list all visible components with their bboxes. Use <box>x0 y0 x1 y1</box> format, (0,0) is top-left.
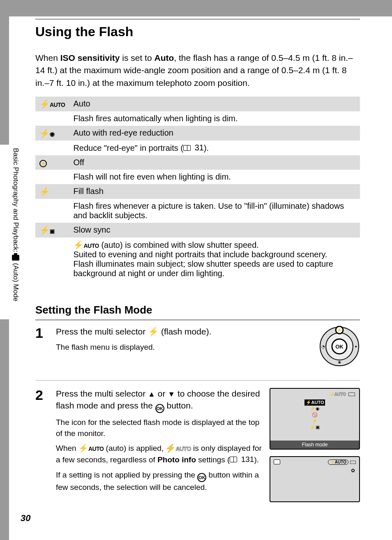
flash-mode-menu: ⚡AUTO ⚡◉ 🚫 ⚡ ⚡▣ <box>304 399 325 430</box>
mode-name: Auto <box>69 97 360 111</box>
section-subheading: Setting the Flash Mode <box>35 304 360 316</box>
manual-ref-page: 131 <box>241 454 254 465</box>
table-row: ⚡ Off <box>35 155 360 170</box>
step-2: 2 Press the multi selector ▲ or ▼ to cho… <box>35 380 360 510</box>
svg-text:✦: ✦ <box>354 344 357 349</box>
title-rule <box>35 19 360 19</box>
step-sub-text: If a setting is not applied by pressing … <box>56 471 197 479</box>
mode-name: Off <box>69 155 360 170</box>
intro-bold-iso: ISO sensitivity <box>60 53 120 62</box>
mode-name: Fill flash <box>69 184 360 199</box>
mode-icon-redeye: ⚡◉ <box>35 126 69 141</box>
step-title-text: (flash mode). <box>159 327 211 336</box>
step-title-text: Press the multi selector <box>56 327 148 336</box>
svg-text:⚡: ⚡ <box>337 327 342 333</box>
table-row: ⚡AUTO (auto) is combined with slow shutt… <box>35 238 360 281</box>
table-row: ⚡ Fill flash <box>35 184 360 199</box>
battery-icon <box>350 461 356 464</box>
mode-desc-text: Suited to evening and night portraits th… <box>73 250 327 259</box>
monitor-top-status: ⚡AUTO <box>330 392 355 397</box>
table-row: Flash fires whenever a picture is taken.… <box>35 199 360 223</box>
mode-desc: Reduce "red-eye" in portraits ( 31). <box>69 141 360 155</box>
multi-selector-illustration: ⚡ OK ❀ ◔ ✦ <box>270 326 360 367</box>
decoration-icon: ✿ <box>351 468 355 473</box>
table-row: ⚡AUTO Auto <box>35 97 360 111</box>
flash-icon: ⚡ <box>148 327 159 336</box>
step-body: Press the multi selector ▲ or ▼ to choos… <box>56 388 262 502</box>
menu-item: ⚡ <box>304 418 325 424</box>
subheading-rule <box>35 320 360 320</box>
flash-auto-icon-label: AUTO <box>83 242 99 249</box>
monitor-label: Flash mode <box>270 441 359 449</box>
mode-name: Auto with red-eye reduction <box>69 126 360 141</box>
step-title-text: or <box>155 389 168 398</box>
mode-desc-text: ). <box>204 143 209 152</box>
svg-text:OK: OK <box>335 344 344 350</box>
chapter-side-label-before: Basic Photography and Playback: <box>12 148 20 252</box>
intro-text: is set to <box>120 53 154 62</box>
intro-bold-auto: Auto <box>154 53 174 62</box>
step-sub: If a setting is not applied by pressing … <box>56 470 262 493</box>
intro-text: When <box>35 53 60 62</box>
step-sub: When ⚡AUTO (auto) is applied, ⚡AUTO is o… <box>56 443 262 465</box>
flash-modes-table: ⚡AUTO Auto Flash fires automatically whe… <box>35 97 360 281</box>
manual-ref-icon: 31 <box>183 143 204 152</box>
page-number: 30 <box>21 513 30 524</box>
mode-icon-auto: ⚡AUTO <box>35 97 69 111</box>
svg-text:❀: ❀ <box>338 360 341 365</box>
flash-auto-icon: ⚡ <box>78 444 88 452</box>
flash-auto-icon-label: AUTO <box>88 445 104 452</box>
step-illustrations: ⚡AUTO ⚡AUTO ⚡◉ 🚫 ⚡ ⚡▣ Flash mode <box>270 388 360 502</box>
step-sub-text: ). <box>254 455 259 464</box>
monitor-flash-menu: ⚡AUTO ⚡AUTO ⚡◉ 🚫 ⚡ ⚡▣ Flash mode <box>270 388 360 450</box>
mode-desc-text: Reduce "red-eye" in portraits ( <box>73 143 183 152</box>
step-number: 1 <box>35 326 48 367</box>
step-body: Press the multi selector ⚡ (flash mode).… <box>56 326 262 367</box>
content-column: Using the Flash When ISO sensitivity is … <box>35 19 360 510</box>
chapter-side-label: Basic Photography and Playback: (Auto) M… <box>12 148 20 302</box>
step-title-text: Press the multi selector <box>56 389 148 398</box>
flash-auto-outline-icon: ⚡ <box>166 444 175 452</box>
flash-auto-outline-icon: ⚡AUTO <box>330 392 346 397</box>
mode-desc: Flash fires automatically when lighting … <box>69 111 360 126</box>
photo-info-bold: Photo info <box>157 455 196 464</box>
mode-desc-text: (auto) is combined with slow shutter spe… <box>99 240 259 249</box>
mode-icon-off: ⚡ <box>35 155 69 170</box>
manual-ref-page: 31 <box>195 143 204 152</box>
up-triangle-icon: ▲ <box>148 390 155 398</box>
monitor-live-view: ⚡AUTO ✿ <box>270 456 360 502</box>
step-sub-text: When <box>56 444 78 452</box>
multi-selector-icon: ⚡ OK ❀ ◔ ✦ <box>319 326 360 367</box>
step-number: 2 <box>35 388 48 502</box>
step-sub: The icon for the selected flash mode is … <box>56 417 262 439</box>
chapter-side-label-after: (Auto) Mode <box>12 263 20 302</box>
intro-paragraph: When ISO sensitivity is set to Auto, the… <box>35 52 360 89</box>
mode-desc: Flash will not fire even when lighting i… <box>69 170 360 184</box>
table-row: ⚡◉ Auto with red-eye reduction <box>35 126 360 141</box>
ok-button-icon: OK <box>197 473 206 482</box>
table-row: ⚡▣ Slow sync <box>35 223 360 238</box>
table-row: Flash will not fire even when lighting i… <box>35 170 360 184</box>
step-sub-text: settings ( <box>196 455 230 464</box>
page-title: Using the Flash <box>35 24 360 39</box>
menu-item: ⚡◉ <box>304 406 325 412</box>
flash-auto-badge: ⚡AUTO <box>328 459 348 465</box>
down-triangle-icon: ▼ <box>168 390 175 398</box>
camera-icon <box>12 255 19 261</box>
flash-auto-icon: ⚡ <box>73 240 83 249</box>
camera-icon <box>274 459 280 464</box>
svg-text:◔: ◔ <box>321 344 325 349</box>
step-1: 1 Press the multi selector ⚡ (flash mode… <box>35 326 360 374</box>
page: Basic Photography and Playback: (Auto) M… <box>0 0 392 540</box>
mode-desc: Flash fires whenever a picture is taken.… <box>69 199 360 223</box>
mode-icon-slowsync: ⚡▣ <box>35 223 69 238</box>
step-sub-text: (auto) is applied, <box>104 444 166 452</box>
flash-auto-outline-label: AUTO <box>175 445 191 452</box>
mode-desc: ⚡AUTO (auto) is combined with slow shutt… <box>69 238 360 281</box>
table-row: Flash fires automatically when lighting … <box>35 111 360 126</box>
ok-button-icon: OK <box>155 404 164 413</box>
monitor-top-right: ⚡AUTO <box>328 459 356 465</box>
mode-name: Slow sync <box>69 223 360 238</box>
menu-item: ⚡▣ <box>304 424 325 430</box>
step-title: Press the multi selector ⚡ (flash mode). <box>56 326 262 337</box>
